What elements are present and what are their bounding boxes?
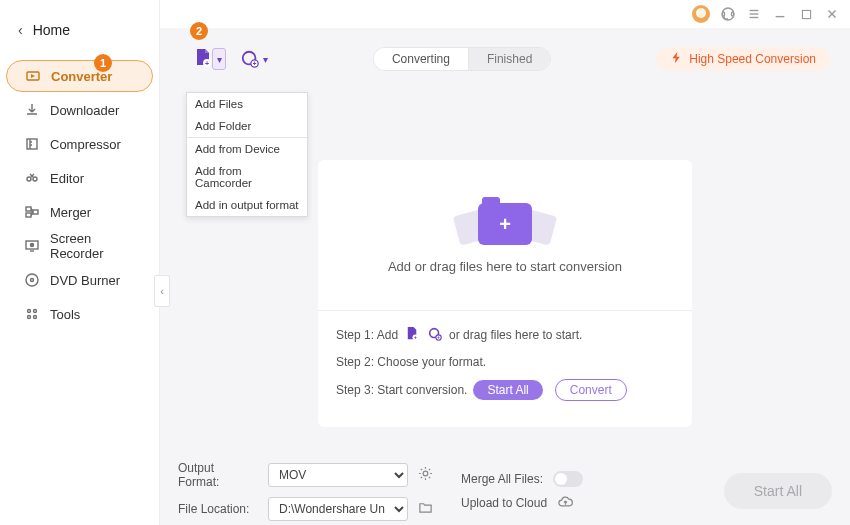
svg-point-12 xyxy=(27,177,31,181)
svg-rect-16 xyxy=(33,210,38,214)
cloud-icon[interactable] xyxy=(557,495,574,512)
add-url-mini-icon[interactable]: + xyxy=(427,326,443,345)
downloader-icon xyxy=(24,102,40,118)
merger-icon xyxy=(24,204,40,220)
status-tabs: Converting Finished xyxy=(373,47,551,71)
sidebar-item-label: Downloader xyxy=(50,103,119,118)
dropdown-add-in-output-format[interactable]: Add in output format xyxy=(187,194,307,216)
sidebar-item-label: Editor xyxy=(50,171,84,186)
sidebar-item-label: Merger xyxy=(50,205,91,220)
editor-icon xyxy=(24,170,40,186)
output-format-select[interactable]: MOV xyxy=(268,463,408,487)
tab-finished[interactable]: Finished xyxy=(469,48,550,70)
drop-zone-top: + Add or drag files here to start conver… xyxy=(318,160,692,310)
sidebar-item-label: Screen Recorder xyxy=(50,231,141,261)
merge-all-toggle[interactable] xyxy=(553,471,583,487)
svg-text:+: + xyxy=(437,334,440,340)
converter-icon xyxy=(25,68,41,84)
svg-point-20 xyxy=(31,279,34,282)
dvd-burner-icon xyxy=(24,272,40,288)
add-file-button[interactable]: + xyxy=(192,46,214,72)
svg-rect-14 xyxy=(26,207,31,211)
screen-recorder-icon xyxy=(24,238,40,254)
step-2: Step 2: Choose your format. xyxy=(336,355,674,369)
start-all-button[interactable]: Start All xyxy=(724,473,832,509)
support-icon[interactable] xyxy=(720,6,736,22)
add-file-dropdown-caret[interactable]: ▾ xyxy=(212,48,226,70)
svg-point-18 xyxy=(31,244,34,247)
sidebar-item-tools[interactable]: Tools xyxy=(6,298,153,330)
file-location-select[interactable]: D:\Wondershare UniConverter 1 xyxy=(268,497,408,521)
svg-point-23 xyxy=(28,316,31,319)
dropdown-add-folder[interactable]: Add Folder xyxy=(187,115,307,137)
file-location-label: File Location: xyxy=(178,502,258,516)
svg-point-13 xyxy=(33,177,37,181)
drop-zone-text: Add or drag files here to start conversi… xyxy=(388,259,622,274)
sidebar-item-merger[interactable]: Merger xyxy=(6,196,153,228)
sidebar-item-converter[interactable]: Converter xyxy=(6,60,153,92)
add-url-button[interactable]: + ▾ xyxy=(240,49,268,69)
open-folder-icon[interactable] xyxy=(418,500,433,518)
maximize-icon[interactable] xyxy=(798,6,814,22)
svg-point-35 xyxy=(423,471,428,476)
add-file-mini-icon[interactable]: + xyxy=(404,325,421,345)
sidebar-item-screen-recorder[interactable]: Screen Recorder xyxy=(6,230,153,262)
tab-converting[interactable]: Converting xyxy=(374,48,469,70)
merge-all-label: Merge All Files: xyxy=(461,472,543,486)
sidebar-item-dvd-burner[interactable]: DVD Burner xyxy=(6,264,153,296)
close-icon[interactable] xyxy=(824,6,840,22)
step-3: Step 3: Start conversion. Start All Conv… xyxy=(336,379,674,401)
svg-text:+: + xyxy=(205,60,209,67)
drop-zone[interactable]: + Add or drag files here to start conver… xyxy=(318,160,692,427)
compressor-icon xyxy=(24,136,40,152)
step-badge-1: 1 xyxy=(94,54,112,72)
sidebar-item-downloader[interactable]: Downloader xyxy=(6,94,153,126)
sidebar-header: ‹ Home xyxy=(0,0,159,60)
svg-point-19 xyxy=(26,274,38,286)
avatar-icon[interactable] xyxy=(692,5,710,23)
minimize-icon[interactable] xyxy=(772,6,788,22)
sidebar: ‹ Home 1 Converter Downloader Compressor… xyxy=(0,0,160,525)
add-dropdown-menu: Add Files Add Folder Add from Device Add… xyxy=(186,92,308,217)
toolbar: 2 + ▾ + ▾ Converting Finished High Speed… xyxy=(174,28,836,80)
folder-plus-icon: + xyxy=(468,197,542,251)
svg-rect-2 xyxy=(732,12,734,16)
sidebar-title: Home xyxy=(33,22,70,38)
sidebar-item-label: DVD Burner xyxy=(50,273,120,288)
step-badge-2: 2 xyxy=(190,22,208,40)
sidebar-item-label: Tools xyxy=(50,307,80,322)
svg-point-21 xyxy=(28,310,31,313)
svg-rect-1 xyxy=(723,12,725,16)
sidebar-item-label: Compressor xyxy=(50,137,121,152)
settings-icon[interactable] xyxy=(418,466,433,484)
sidebar-item-compressor[interactable]: Compressor xyxy=(6,128,153,160)
step-1: Step 1: Add + + or drag files here to st… xyxy=(336,325,674,345)
start-all-small-button[interactable]: Start All xyxy=(473,380,542,400)
svg-rect-11 xyxy=(27,139,37,149)
high-speed-label: High Speed Conversion xyxy=(689,52,816,66)
tools-icon xyxy=(24,306,40,322)
high-speed-conversion-button[interactable]: High Speed Conversion xyxy=(656,47,830,71)
svg-point-22 xyxy=(34,310,37,313)
sidebar-collapse-handle[interactable]: ‹ xyxy=(154,275,170,307)
svg-rect-7 xyxy=(802,10,810,18)
back-icon[interactable]: ‹ xyxy=(18,22,23,38)
dropdown-add-from-camcorder[interactable]: Add from Camcorder xyxy=(187,160,307,194)
bottom-bar: Output Format: MOV File Location: D:\Won… xyxy=(160,457,850,525)
dropdown-add-from-device[interactable]: Add from Device xyxy=(187,137,307,160)
svg-rect-15 xyxy=(26,213,31,217)
svg-point-24 xyxy=(34,316,37,319)
dropdown-add-files[interactable]: Add Files xyxy=(187,93,307,115)
menu-icon[interactable] xyxy=(746,6,762,22)
add-button-group: + ▾ xyxy=(192,46,226,72)
drop-zone-steps: Step 1: Add + + or drag files here to st… xyxy=(318,310,692,415)
content: 2 + ▾ + ▾ Converting Finished High Speed… xyxy=(160,28,850,525)
bolt-icon xyxy=(670,51,683,67)
sidebar-item-editor[interactable]: Editor xyxy=(6,162,153,194)
convert-small-button[interactable]: Convert xyxy=(555,379,627,401)
output-format-label: Output Format: xyxy=(178,461,258,489)
svg-text:+: + xyxy=(253,60,257,67)
upload-cloud-label: Upload to Cloud xyxy=(461,496,547,510)
